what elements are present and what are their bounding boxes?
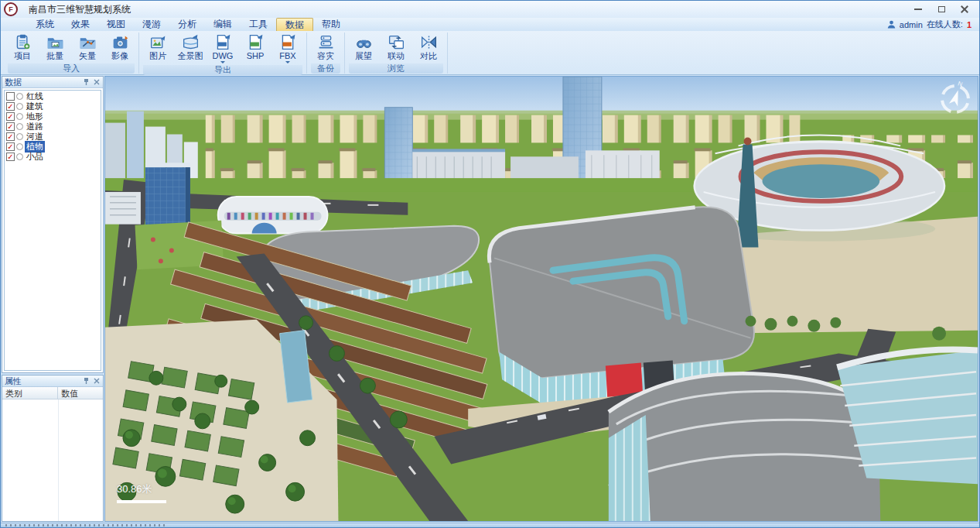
image-export-label: 图片	[149, 51, 166, 60]
disaster-recovery-label: 容灾	[317, 51, 334, 60]
online-count: 1	[967, 20, 971, 29]
layer-vegetation[interactable]: 植物	[5, 142, 101, 152]
linkage-button[interactable]: 联动	[380, 33, 412, 61]
scale-bar	[117, 500, 166, 503]
value-column-header[interactable]: 数值	[58, 387, 103, 399]
ribbon-group-import-label: 导入	[8, 63, 135, 74]
close-icon	[961, 5, 968, 13]
imagery-import-icon	[111, 33, 129, 51]
river-checkbox[interactable]	[6, 132, 15, 141]
pin-icon[interactable]	[82, 78, 90, 87]
vegetation-checkbox[interactable]	[6, 142, 15, 151]
menu-data[interactable]: 数据	[276, 18, 313, 31]
furnishings-radio[interactable]	[16, 153, 23, 160]
category-column-header[interactable]: 类别	[2, 387, 58, 399]
layer-river[interactable]: 河道	[5, 132, 101, 142]
close-button[interactable]	[953, 2, 976, 17]
redline-radio[interactable]	[16, 93, 23, 100]
window-controls	[907, 2, 976, 17]
image-export-icon	[149, 33, 167, 51]
sidebar: 数据 红线	[1, 75, 104, 523]
compare-button[interactable]: 对比	[412, 33, 445, 61]
window-title: 南昌市三维智慧规划系统	[29, 3, 131, 16]
menu-help[interactable]: 帮助	[313, 18, 349, 31]
properties-panel: 属性 类别 数值	[2, 375, 104, 522]
furnishings-label[interactable]: 小品	[25, 151, 45, 163]
road-radio[interactable]	[16, 123, 23, 130]
menu-effects[interactable]: 效果	[63, 18, 98, 31]
compass[interactable]: N	[937, 81, 973, 117]
app-window: F 南昌市三维智慧规划系统 系统 效果 视图 漫游 分析 编辑 工具 数据 帮助…	[0, 0, 980, 528]
project-label: 项目	[14, 51, 31, 60]
batch-import-label: 批量	[46, 51, 63, 60]
panorama-export-icon	[182, 33, 200, 51]
app-logo-icon: F	[4, 2, 18, 16]
3d-scene	[105, 77, 978, 521]
menu-system[interactable]: 系统	[27, 18, 63, 31]
panorama-export-label: 全景图	[178, 51, 203, 60]
data-panel-header: 数据	[2, 77, 103, 88]
linkage-label: 联动	[388, 51, 405, 60]
dwg-dropdown-caret-icon[interactable]	[220, 61, 225, 63]
ribbon-group-backup: 容灾 备份	[307, 33, 345, 74]
terrain-radio[interactable]	[16, 113, 23, 120]
menu-tools[interactable]: 工具	[241, 18, 276, 31]
disaster-recovery-button[interactable]: 容灾	[309, 33, 342, 61]
image-export-button[interactable]: 图片	[142, 33, 174, 61]
ribbon-group-browse-label: 浏览	[349, 63, 443, 74]
building-radio[interactable]	[16, 103, 23, 110]
layer-road[interactable]: 道路	[5, 122, 101, 132]
fbx-export-label: FBX	[279, 51, 295, 60]
vector-import-icon	[79, 33, 97, 51]
properties-panel-title: 属性	[5, 375, 22, 387]
shp-export-icon	[247, 33, 265, 51]
batch-import-icon	[46, 33, 64, 51]
ribbon-group-import: 项目 批量 矢量	[4, 33, 139, 74]
ribbon-toolbar: 项目 批量 矢量	[1, 31, 979, 75]
properties-close-icon[interactable]	[92, 377, 101, 386]
river-radio[interactable]	[16, 133, 23, 140]
layer-terrain[interactable]: 地形	[5, 111, 101, 122]
terrain-checkbox[interactable]	[6, 112, 15, 121]
compare-icon	[420, 33, 438, 51]
menu-analysis[interactable]: 分析	[169, 18, 205, 31]
shp-export-label: SHP	[247, 51, 265, 60]
layer-redline[interactable]: 红线	[5, 91, 101, 101]
minimize-button[interactable]	[907, 2, 930, 17]
road-checkbox[interactable]	[6, 122, 15, 131]
menu-view[interactable]: 视图	[98, 18, 134, 31]
imagery-import-button[interactable]: 影像	[104, 33, 136, 61]
status-bar	[1, 523, 979, 527]
layer-furnishings[interactable]: 小品	[5, 152, 101, 162]
lookout-button[interactable]: 展望	[347, 33, 380, 61]
ribbon-group-browse: 展望 联动 对比	[345, 33, 448, 74]
redline-checkbox[interactable]	[6, 92, 15, 101]
vegetation-radio[interactable]	[16, 143, 23, 150]
properties-pin-icon[interactable]	[82, 377, 90, 386]
main-area: 数据 红线	[1, 75, 979, 523]
furnishings-checkbox[interactable]	[6, 153, 15, 161]
fbx-dropdown-caret-icon[interactable]	[285, 61, 290, 63]
scale-indicator: 30.86米	[117, 482, 166, 503]
menu-edit[interactable]: 编辑	[205, 18, 241, 31]
project-button[interactable]: 项目	[6, 33, 39, 61]
properties-panel-header: 属性	[2, 375, 103, 387]
user-name: admin	[900, 20, 923, 29]
vector-import-button[interactable]: 矢量	[71, 33, 104, 61]
shp-export-button[interactable]: SHP	[239, 33, 271, 61]
menu-bar: 系统 效果 视图 漫游 分析 编辑 工具 数据 帮助 admin 在线人数: 1	[1, 18, 979, 31]
data-panel-close-icon[interactable]	[92, 78, 101, 87]
3d-viewport[interactable]: 30.86米 N	[104, 76, 978, 522]
maximize-button[interactable]	[930, 2, 953, 17]
lookout-icon	[355, 33, 373, 51]
layer-building[interactable]: 建筑	[5, 101, 101, 111]
building-checkbox[interactable]	[6, 102, 15, 111]
dwg-export-button[interactable]: DWG	[207, 33, 239, 64]
batch-import-button[interactable]: 批量	[39, 33, 71, 61]
fbx-export-button[interactable]: FBX	[271, 33, 304, 64]
status-coordinates-clipped	[5, 524, 168, 526]
menu-roam[interactable]: 漫游	[134, 18, 169, 31]
properties-grid-body	[2, 399, 103, 521]
panorama-export-button[interactable]: 全景图	[174, 33, 207, 61]
title-bar: F 南昌市三维智慧规划系统	[1, 1, 979, 18]
